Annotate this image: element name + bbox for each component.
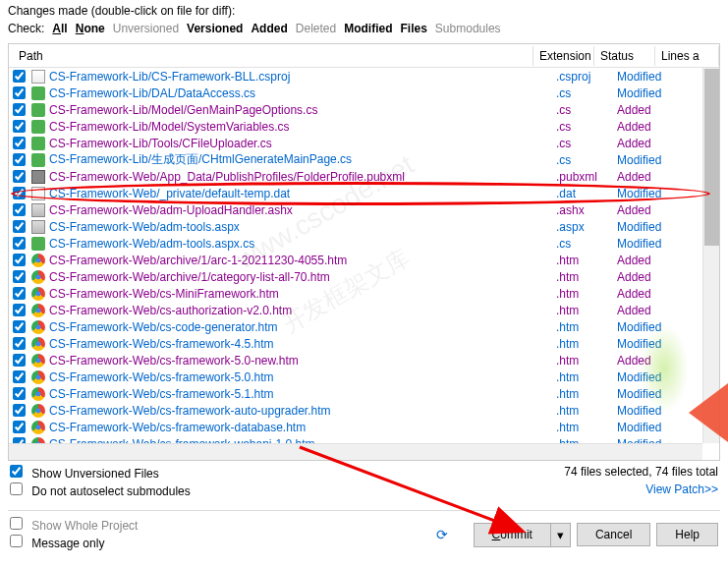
file-type-icon [31, 103, 45, 117]
row-checkbox[interactable] [13, 304, 26, 316]
table-row[interactable]: CS-Framework-Web/cs-framework-5.0-new.ht… [9, 352, 719, 369]
row-checkbox[interactable] [13, 387, 26, 400]
filter-deleted[interactable]: Deleted [296, 22, 336, 35]
row-checkbox[interactable] [13, 70, 26, 83]
row-checkbox[interactable] [13, 187, 26, 199]
filter-versioned[interactable]: Versioned [187, 22, 243, 35]
file-status: Added [617, 270, 678, 284]
row-checkbox[interactable] [13, 287, 26, 300]
no-autoselect-checkbox[interactable]: Do not autoselect submodules [10, 482, 191, 498]
filter-files[interactable]: Files [401, 22, 427, 35]
row-checkbox[interactable] [13, 337, 26, 350]
row-checkbox[interactable] [13, 320, 26, 333]
table-row[interactable]: CS-Framework-Lib/DAL/DataAccess.cs .cs M… [9, 85, 719, 101]
row-checkbox[interactable] [13, 237, 26, 250]
file-type-icon [31, 404, 45, 418]
table-row[interactable]: CS-Framework-Web/cs-framework-webapi-1.0… [9, 435, 719, 443]
table-row[interactable]: CS-Framework-Web/cs-framework-4.5.htm .h… [9, 335, 719, 352]
table-row[interactable]: CS-Framework-Lib/CS-Framework-BLL.csproj… [9, 68, 719, 85]
file-status: Added [617, 203, 678, 217]
file-status: Added [617, 304, 678, 317]
col-status[interactable]: Status [594, 46, 655, 66]
row-checkbox[interactable] [13, 120, 26, 133]
commit-dropdown[interactable]: ▾ [551, 523, 571, 547]
file-type-icon [31, 337, 45, 351]
table-row[interactable]: CS-Framework-Lib/Model/SystemVariables.c… [9, 118, 719, 135]
row-checkbox[interactable] [13, 103, 26, 116]
file-path: CS-Framework-Web/cs-code-generator.htm [49, 320, 556, 334]
table-row[interactable]: CS-Framework-Web/archive/1/arc-1-2021123… [9, 252, 719, 268]
filter-all[interactable]: All [52, 22, 67, 35]
cancel-button[interactable]: Cancel [577, 523, 650, 546]
table-row[interactable]: CS-Framework-Lib/Model/GenMainPageOption… [9, 101, 719, 118]
table-row[interactable]: CS-Framework-Web/cs-code-generator.htm .… [9, 318, 719, 335]
file-ext: .htm [556, 404, 617, 418]
table-row[interactable]: CS-Framework-Web/_private/default-temp.d… [9, 185, 719, 201]
commit-button[interactable]: Commit▾ [474, 523, 571, 547]
file-type-icon [31, 137, 45, 150]
table-row[interactable]: CS-Framework-Web/cs-framework-auto-upgra… [9, 402, 719, 419]
table-row[interactable]: CS-Framework-Web/archive/1/category-list… [9, 268, 719, 285]
table-row[interactable]: CS-Framework-Web/cs-framework-5.1.htm .h… [9, 385, 719, 402]
filter-added[interactable]: Added [251, 22, 287, 35]
file-ext: .cs [556, 103, 617, 117]
table-row[interactable]: CS-Framework-Web/cs-framework-5.0.htm .h… [9, 369, 719, 385]
row-checkbox[interactable] [13, 170, 26, 183]
filter-modified[interactable]: Modified [344, 22, 392, 35]
file-ext: .ashx [556, 203, 617, 217]
file-path: CS-Framework-Lib/Model/GenMainPageOption… [49, 103, 556, 117]
file-type-icon [31, 120, 45, 134]
file-type-icon [31, 287, 45, 301]
filter-none[interactable]: None [76, 22, 105, 35]
col-extension[interactable]: Extension [533, 46, 594, 66]
table-row[interactable]: CS-Framework-Web/adm-UploadHandler.ashx … [9, 201, 719, 218]
file-path: CS-Framework-Lib/生成页面/CHtmlGenerateMainP… [49, 151, 556, 168]
row-checkbox[interactable] [13, 137, 26, 149]
table-row[interactable]: CS-Framework-Web/cs-MiniFramework.htm .h… [9, 285, 719, 302]
table-row[interactable]: CS-Framework-Web/adm-tools.aspx .aspx Mo… [9, 218, 719, 235]
file-path: CS-Framework-Web/cs-framework-5.0.htm [49, 370, 556, 384]
file-ext: .htm [556, 254, 617, 267]
table-header: Path Extension Status Lines a [9, 44, 719, 68]
check-label: Check: [8, 22, 44, 35]
file-ext: .pubxml [556, 170, 617, 184]
table-row[interactable]: CS-Framework-Lib/Tools/CFileUploader.cs … [9, 135, 719, 151]
view-patch-link[interactable]: View Patch>> [645, 482, 718, 496]
row-checkbox[interactable] [13, 270, 26, 283]
scrollbar-horizontal[interactable] [9, 443, 702, 460]
row-checkbox[interactable] [13, 153, 26, 166]
row-checkbox[interactable] [13, 220, 26, 233]
file-path: CS-Framework-Lib/Tools/CFileUploader.cs [49, 137, 556, 150]
row-checkbox[interactable] [13, 404, 26, 417]
row-checkbox[interactable] [13, 421, 26, 433]
row-checkbox[interactable] [13, 86, 26, 99]
message-only-checkbox[interactable]: Message only [10, 535, 138, 550]
table-row[interactable]: CS-Framework-Web/cs-framework-database.h… [9, 419, 719, 435]
filter-unversioned[interactable]: Unversioned [113, 22, 179, 35]
refresh-icon[interactable]: ⟳ [436, 527, 448, 542]
row-checkbox[interactable] [13, 370, 26, 383]
row-checkbox[interactable] [13, 354, 26, 367]
filter-submodules[interactable]: Submodules [435, 22, 501, 35]
file-path: CS-Framework-Web/archive/1/category-list… [49, 270, 556, 284]
table-body[interactable]: CS-Framework-Lib/CS-Framework-BLL.csproj… [9, 68, 719, 443]
help-button[interactable]: Help [656, 523, 718, 546]
file-path: CS-Framework-Web/App_Data/PublishProfile… [49, 170, 556, 184]
file-ext: .htm [556, 337, 617, 351]
col-lines[interactable]: Lines a [655, 46, 719, 66]
file-ext: .cs [556, 86, 617, 100]
file-path: CS-Framework-Web/cs-framework-5.0-new.ht… [49, 354, 556, 368]
show-unversioned-checkbox[interactable]: Show Unversioned Files [10, 465, 191, 481]
show-whole-project-checkbox[interactable]: Show Whole Project [10, 517, 138, 533]
scrollbar-vertical[interactable] [702, 68, 719, 443]
row-checkbox[interactable] [13, 254, 26, 266]
file-status: Modified [617, 237, 678, 251]
table-row[interactable]: CS-Framework-Web/adm-tools.aspx.cs .cs M… [9, 235, 719, 252]
table-row[interactable]: CS-Framework-Web/cs-authorization-v2.0.h… [9, 302, 719, 318]
file-ext: .cs [556, 137, 617, 150]
file-path: CS-Framework-Web/adm-tools.aspx.cs [49, 237, 556, 251]
table-row[interactable]: CS-Framework-Web/App_Data/PublishProfile… [9, 168, 719, 185]
col-path[interactable]: Path [9, 46, 533, 66]
row-checkbox[interactable] [13, 203, 26, 216]
table-row[interactable]: CS-Framework-Lib/生成页面/CHtmlGenerateMainP… [9, 151, 719, 168]
